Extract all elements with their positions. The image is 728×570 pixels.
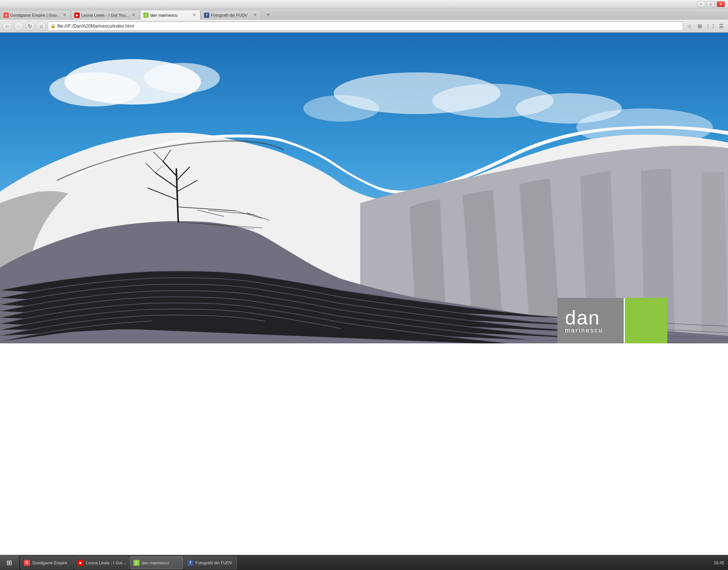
tab-goodgame-favicon: G	[3, 13, 9, 18]
title-bar-controls: ─ □ ✕	[697, 1, 725, 7]
taskbar-leona-icon: ▶	[78, 560, 84, 566]
taskbar-item-fotografii[interactable]: f Fotografii din FUDV	[184, 556, 237, 569]
hero-image	[0, 33, 728, 343]
logo-right-panel	[625, 298, 667, 343]
taskbar-dan-icon: d	[133, 560, 140, 566]
nav-bar: ← → ↻ ⌂ 🔒 ☆ ⊞ ⋮⋮ ☰	[0, 20, 728, 33]
tab-goodgame-close[interactable]: ✕	[61, 12, 67, 18]
taskbar-goodgame-icon: G	[24, 560, 30, 566]
tab-leona[interactable]: ▶ Leona Lewis - I Got You... ✕	[71, 10, 140, 20]
svg-point-2	[49, 72, 140, 106]
svg-point-8	[303, 95, 379, 122]
taskbar: ⊞ G Goodgame Empire ▶ Leona Lewis - I Go…	[0, 555, 728, 570]
address-bar-container[interactable]: 🔒	[48, 22, 683, 31]
taskbar-goodgame-label: Goodgame Empire	[32, 561, 67, 565]
nav-right: ☆ ⊞ ⋮⋮ ☰	[685, 22, 726, 31]
taskbar-item-leona[interactable]: ▶ Leona Lewis - I Got...	[74, 556, 129, 569]
tab-dan-label: dan marinescu	[150, 13, 190, 17]
hero-section: dan marinescu	[0, 33, 728, 343]
reload-button[interactable]: ↻	[25, 21, 35, 31]
logo-box: dan marinescu	[557, 298, 667, 343]
tab-dan-favicon: d	[143, 13, 149, 18]
menu-button[interactable]: ☰	[717, 22, 726, 31]
tab-goodgame[interactable]: G Goodgame Empire | Goo... ✕	[0, 10, 71, 20]
bookmark-star-button[interactable]: ☆	[685, 22, 694, 31]
tab-leona-label: Leona Lewis - I Got You...	[81, 13, 129, 17]
tab-fotografii-favicon: f	[204, 13, 209, 18]
start-icon: ⊞	[6, 559, 12, 567]
home-button[interactable]: ⌂	[36, 21, 46, 31]
address-input[interactable]	[57, 23, 681, 29]
tab-dan[interactable]: d dan marinescu ✕	[140, 10, 201, 20]
browser-frame: ─ □ ✕ G Goodgame Empire | Goo... ✕ ▶ Leo…	[0, 0, 728, 570]
taskbar-leona-label: Leona Lewis - I Got...	[86, 561, 126, 565]
white-section	[0, 343, 728, 570]
logo-name-first: dan	[565, 308, 600, 327]
taskbar-fotografii-icon: f	[187, 560, 193, 566]
taskbar-right: 16:45	[710, 561, 728, 565]
address-icon: 🔒	[50, 23, 56, 28]
tab-fotografii[interactable]: f Fotografii din FUDV ✕	[201, 10, 261, 20]
taskbar-start-button[interactable]: ⊞	[0, 555, 19, 570]
tab-leona-close[interactable]: ✕	[130, 12, 136, 18]
taskbar-item-dan[interactable]: d dan marinescu	[130, 556, 183, 569]
cast-button[interactable]: ⊞	[695, 22, 704, 31]
forward-button[interactable]: →	[14, 21, 24, 31]
back-button[interactable]: ←	[2, 21, 12, 31]
title-bar: ─ □ ✕	[0, 0, 728, 8]
logo-name-last: marinescu	[565, 327, 603, 334]
taskbar-dan-label: dan marinescu	[142, 561, 169, 565]
tabs-bar: G Goodgame Empire | Goo... ✕ ▶ Leona Lew…	[0, 8, 728, 20]
tab-fotografii-close[interactable]: ✕	[252, 12, 258, 18]
tab-fotografii-label: Fotografii din FUDV	[211, 13, 250, 17]
logo-left-panel: dan marinescu	[557, 298, 624, 343]
tab-leona-favicon: ▶	[74, 13, 80, 18]
svg-point-3	[144, 63, 220, 93]
taskbar-time: 16:45	[714, 561, 724, 565]
close-button[interactable]: ✕	[717, 1, 725, 7]
page-content: dan marinescu	[0, 33, 728, 570]
taskbar-item-goodgame[interactable]: G Goodgame Empire	[20, 556, 74, 569]
apps-button[interactable]: ⋮⋮	[706, 22, 715, 31]
tab-goodgame-label: Goodgame Empire | Goo...	[10, 13, 60, 17]
maximize-button[interactable]: □	[707, 1, 715, 7]
taskbar-fotografii-label: Fotografii din FUDV	[196, 561, 232, 565]
tab-dan-close[interactable]: ✕	[191, 12, 197, 18]
minimize-button[interactable]: ─	[697, 1, 705, 7]
new-tab-button[interactable]: +	[263, 11, 273, 19]
taskbar-items: G Goodgame Empire ▶ Leona Lewis - I Got.…	[19, 556, 710, 569]
